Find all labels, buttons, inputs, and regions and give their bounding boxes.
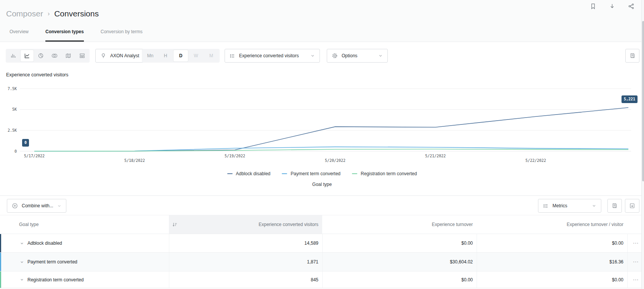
header-actions — [589, 2, 635, 10]
chart-type-switcher — [6, 49, 90, 63]
x-axis-tick-label: 5/17/2022 — [24, 154, 45, 158]
chart-report-button[interactable] — [625, 49, 639, 63]
share-icon[interactable] — [627, 2, 635, 10]
data-point-badge: 0 — [22, 139, 29, 147]
bar-chart-icon[interactable] — [7, 50, 20, 61]
axon-analyst-label: AXON Analyst — [110, 53, 139, 58]
data-point-badge: 5,221 — [622, 95, 638, 103]
goal-type-cell: Registration term converted — [0, 271, 169, 288]
cell-experience-turnover-visitor: $0.00 — [477, 234, 627, 252]
granularity-mn[interactable]: Mn — [143, 50, 157, 61]
table-row-adblock-disabled[interactable]: Adblock disabled14,589$0.00$0.00⋯ — [0, 234, 644, 252]
cell-experience-converted-visitors: 1,871 — [169, 253, 322, 271]
table-row-payment-term-converted[interactable]: Payment term converted1,871$30,604.02$16… — [0, 252, 644, 271]
column-header-goal-type[interactable]: Goal type — [0, 215, 169, 234]
x-axis-tick-label: 5/18/2022 — [124, 158, 145, 163]
pie-chart-icon[interactable] — [34, 50, 47, 61]
column-header-experience-converted-visitors[interactable]: Experience converted visitors — [169, 215, 322, 234]
options-select[interactable]: Options — [327, 49, 388, 63]
dimension-select[interactable]: Experience converted visitors — [225, 49, 320, 63]
legend-label: Registration term converted — [361, 171, 417, 176]
table-header-row: Goal type Experience converted visitors … — [0, 215, 644, 234]
legend-label: Payment term converted — [291, 171, 340, 176]
series-line-adblock-disabled — [34, 108, 628, 151]
column-header-label: Experience converted visitors — [259, 222, 318, 227]
row-color-strip — [0, 253, 1, 271]
series-line-payment-term-converted — [34, 147, 628, 151]
cell-experience-turnover-visitor: $16.36 — [477, 253, 627, 271]
breadcrumb-separator: › — [48, 10, 50, 17]
goal-type-table: Goal type Experience converted visitors … — [0, 215, 644, 288]
legend-dash — [352, 173, 357, 174]
goal-type-cell: Adblock disabled — [0, 234, 169, 252]
list-icon — [543, 203, 549, 209]
map-icon[interactable] — [62, 50, 75, 61]
scrollbar-track[interactable] — [641, 0, 644, 289]
list-icon — [230, 53, 235, 59]
row-label: Adblock disabled — [27, 241, 62, 246]
dimension-select-value: Experience converted visitors — [239, 53, 299, 58]
metrics-select[interactable]: Metrics — [538, 199, 601, 213]
legend-item-registration-term-converted[interactable]: Registration term converted — [352, 171, 417, 176]
export-icon — [629, 203, 635, 209]
bookmark-icon[interactable] — [589, 2, 597, 10]
dashboard-layout-icon[interactable] — [75, 50, 88, 61]
legend-dash — [282, 173, 287, 174]
table-body: Adblock disabled14,589$0.00$0.00⋯Payment… — [0, 234, 644, 288]
cell-experience-converted-visitors: 845 — [169, 271, 322, 288]
lightbulb-icon — [100, 53, 106, 59]
line-chart-icon[interactable] — [21, 50, 34, 61]
cell-experience-turnover: $30,604.02 — [322, 253, 477, 271]
cell-experience-converted-visitors: 14,589 — [169, 234, 322, 252]
scrollbar-thumb[interactable] — [642, 21, 644, 181]
series-line-registration-term-converted — [34, 149, 628, 152]
row-menu-button[interactable]: ⋯ — [633, 240, 639, 247]
conversions-line-chart: 02.5K5K7.5K5/17/20225/18/20225/19/20225/… — [0, 80, 644, 168]
expand-row-icon[interactable] — [20, 260, 24, 264]
y-axis-tick-label: 0 — [14, 149, 17, 153]
chevron-down-icon — [57, 204, 61, 208]
cell-experience-turnover-visitor: $0.00 — [477, 271, 627, 288]
granularity-switcher: MnHDWM — [142, 49, 220, 63]
tab-bar: OverviewConversion typesConversion by te… — [10, 29, 143, 42]
breadcrumb: Composer › Conversions — [6, 9, 99, 18]
x-axis-tick-label: 5/22/2022 — [525, 158, 546, 163]
table-report-button[interactable] — [607, 199, 622, 213]
table-export-button[interactable] — [625, 199, 639, 213]
metrics-select-value: Metrics — [552, 203, 567, 208]
granularity-w[interactable]: W — [189, 50, 203, 61]
chart-legend: Adblock disabledPayment term convertedRe… — [0, 171, 644, 176]
y-axis-tick-label: 2.5K — [8, 128, 17, 132]
legend-item-adblock-disabled[interactable]: Adblock disabled — [227, 171, 271, 176]
table-controls: Combine with... Metrics — [0, 195, 644, 215]
tab-conversion-by-terms[interactable]: Conversion by terms — [101, 29, 143, 42]
column-header-experience-turnover[interactable]: Experience turnover — [322, 215, 477, 234]
tab-conversion-types[interactable]: Conversion types — [45, 29, 84, 42]
table-row-registration-term-converted[interactable]: Registration term converted845$0.00$0.00… — [0, 271, 644, 288]
row-menu-button[interactable]: ⋯ — [633, 258, 639, 265]
column-header-experience-turnover-visitor[interactable]: Experience turnover / visitor — [477, 215, 627, 234]
breadcrumb-parent[interactable]: Composer — [6, 9, 43, 18]
chart-legend-title: Goal type — [0, 182, 644, 187]
legend-item-payment-term-converted[interactable]: Payment term converted — [282, 171, 340, 176]
venn-diagram-icon[interactable] — [48, 50, 61, 61]
x-axis-tick-label: 5/21/2022 — [425, 154, 446, 158]
row-menu-button[interactable]: ⋯ — [633, 276, 639, 283]
report-icon — [630, 53, 636, 59]
download-icon[interactable] — [608, 2, 616, 10]
y-axis-tick-label: 7.5K — [8, 87, 17, 91]
cell-experience-turnover: $0.00 — [322, 271, 477, 288]
expand-row-icon[interactable] — [20, 241, 24, 245]
granularity-d[interactable]: D — [173, 50, 188, 61]
gear-icon — [332, 53, 338, 59]
chart-title: Experience converted visitors — [6, 72, 68, 77]
combine-with-button[interactable]: Combine with... — [7, 199, 66, 213]
report-icon — [612, 203, 618, 209]
legend-dash — [227, 173, 233, 174]
granularity-h[interactable]: H — [158, 50, 173, 61]
granularity-m[interactable]: M — [204, 50, 218, 61]
sort-descending-icon — [172, 222, 178, 228]
chevron-down-icon — [378, 53, 383, 58]
tab-overview[interactable]: Overview — [10, 29, 29, 42]
expand-row-icon[interactable] — [20, 278, 24, 282]
